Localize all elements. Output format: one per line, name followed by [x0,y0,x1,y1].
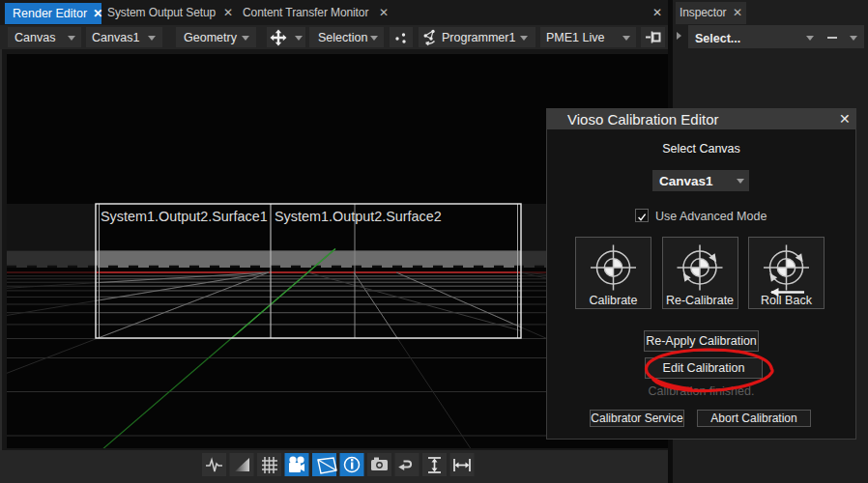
svg-text:System1.Output2.Surface2: System1.Output2.Surface2 [275,209,442,224]
svg-text:Roll Back: Roll Back [761,294,813,307]
svg-text:Calibrate: Calibrate [589,294,637,307]
svg-text:Re-Calibrate: Re-Calibrate [666,294,734,307]
svg-text:System1.Output2.Surface1: System1.Output2.Surface1 [101,209,268,224]
